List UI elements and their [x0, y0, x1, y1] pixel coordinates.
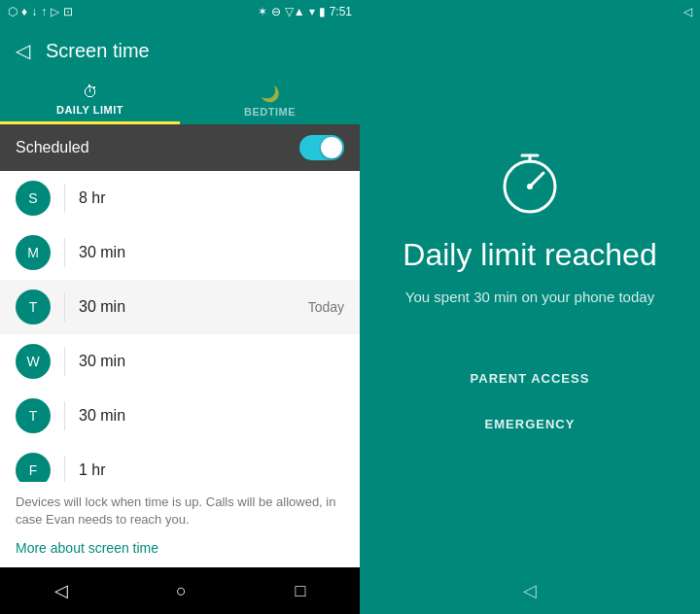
right-content: Daily limit reached You spent 30 min on …: [360, 23, 700, 567]
divider-4: [64, 347, 65, 376]
back-nav-icon[interactable]: ◁: [54, 580, 68, 601]
status-icon-4: ↑: [41, 5, 47, 18]
nav-bar-left: ◁ ○ □: [0, 567, 360, 614]
scheduled-toggle[interactable]: [299, 135, 344, 160]
day-circle-f: F: [16, 453, 51, 482]
status-icon-3: ↓: [31, 5, 37, 18]
bedtime-icon: 🌙: [261, 85, 280, 103]
status-bar-left: ⬡ ♦ ↓ ↑ ▷ ⊡ ✶ ⊖ ▽▲ ▾ ▮ 7:51: [0, 0, 360, 23]
status-bar-right-panel: ◁: [360, 0, 700, 23]
status-icon-6: ⊡: [63, 5, 73, 18]
right-panel: ◁ Daily limit reached You spent 30 min o…: [360, 0, 700, 614]
schedule-item-wednesday[interactable]: W 30 min: [0, 334, 360, 389]
tab-bedtime[interactable]: 🌙 BEDTIME: [180, 78, 360, 124]
footer-description: Devices will lock when time is up. Calls…: [0, 482, 360, 532]
battery-icon: ▮: [319, 5, 326, 18]
scheduled-row: Scheduled: [0, 124, 360, 171]
tab-daily-limit-label: DAILY LIMIT: [56, 104, 123, 116]
app-bar: ◁ Screen time: [0, 23, 360, 78]
scheduled-label: Scheduled: [16, 139, 89, 156]
schedule-item-thursday[interactable]: T 30 min: [0, 389, 360, 443]
mute-icon: ⊖: [271, 5, 281, 18]
status-icon-5: ▷: [51, 5, 59, 18]
right-actions: PARENT ACCESS EMERGENCY: [379, 359, 681, 443]
timer-icon: [495, 148, 565, 222]
back-button[interactable]: ◁: [16, 39, 30, 62]
time-thursday: 30 min: [79, 407, 344, 425]
time-friday: 1 hr: [79, 461, 344, 479]
day-circle-m: M: [16, 235, 51, 270]
recent-nav-icon[interactable]: □: [295, 581, 305, 601]
left-panel: ⬡ ♦ ↓ ↑ ▷ ⊡ ✶ ⊖ ▽▲ ▾ ▮ 7:51 ◁ Screen tim…: [0, 0, 360, 614]
status-icon-1: ⬡: [8, 5, 18, 18]
schedule-item-monday[interactable]: M 30 min: [0, 225, 360, 280]
status-bar-right: ✶ ⊖ ▽▲ ▾ ▮ 7:51: [258, 5, 352, 18]
divider-1: [64, 184, 65, 213]
day-circle-t2: T: [16, 398, 51, 433]
divider-5: [64, 401, 65, 430]
schedule-list: S 8 hr M 30 min T 30 min Today W 30 min …: [0, 171, 360, 482]
status-bar-icons: ⬡ ♦ ↓ ↑ ▷ ⊡: [8, 5, 73, 18]
time-display: 7:51: [330, 5, 352, 18]
time-tuesday: 30 min: [79, 298, 295, 316]
daily-limit-icon: ⏱: [83, 84, 98, 101]
toggle-knob: [321, 137, 342, 158]
tabs-container: ⏱ DAILY LIMIT 🌙 BEDTIME: [0, 78, 360, 124]
today-badge: Today: [308, 299, 344, 315]
divider-6: [64, 456, 65, 482]
tab-daily-limit[interactable]: ⏱ DAILY LIMIT: [0, 78, 180, 124]
divider-2: [64, 238, 65, 267]
time-wednesday: 30 min: [79, 353, 344, 370]
wifi-icon: ▾: [309, 5, 315, 18]
time-monday: 30 min: [79, 244, 344, 261]
day-circle-t1: T: [16, 290, 51, 324]
nav-bar-right: ◁: [360, 567, 700, 614]
day-circle-s1: S: [16, 181, 51, 216]
daily-limit-title: Daily limit reached: [402, 237, 656, 273]
home-nav-icon[interactable]: ○: [176, 581, 187, 601]
right-status-icons: ◁: [683, 5, 692, 18]
status-icon-2: ♦: [21, 5, 27, 18]
emergency-button[interactable]: EMERGENCY: [462, 405, 599, 443]
divider-3: [64, 292, 65, 322]
schedule-item-tuesday[interactable]: T 30 min Today: [0, 280, 360, 334]
svg-point-4: [527, 184, 533, 189]
schedule-item-sunday[interactable]: S 8 hr: [0, 171, 360, 225]
signal-icon: ▽▲: [285, 5, 305, 18]
bluetooth-icon: ✶: [258, 5, 267, 18]
parent-access-button[interactable]: PARENT ACCESS: [447, 359, 613, 397]
tab-bedtime-label: BEDTIME: [244, 106, 296, 118]
day-circle-w: W: [16, 344, 51, 379]
app-bar-title: Screen time: [46, 40, 150, 62]
time-sunday: 8 hr: [79, 189, 344, 207]
back-nav-right-icon[interactable]: ◁: [523, 580, 537, 601]
schedule-item-friday[interactable]: F 1 hr: [0, 443, 360, 482]
more-link[interactable]: More about screen time: [0, 532, 360, 567]
daily-limit-subtitle: You spent 30 min on your phone today: [405, 289, 654, 305]
